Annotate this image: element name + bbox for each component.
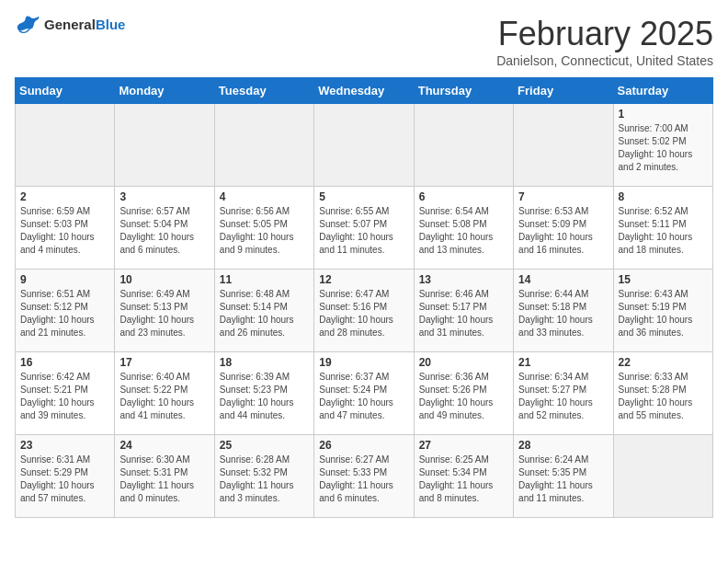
logo-blue: Blue (96, 17, 126, 32)
day-number: 8 (619, 190, 708, 203)
calendar-week-0: 1Sunrise: 7:00 AM Sunset: 5:02 PM Daylig… (16, 104, 713, 187)
calendar-cell: 19Sunrise: 6:37 AM Sunset: 5:24 PM Dayli… (314, 352, 414, 435)
day-number: 21 (518, 356, 608, 369)
day-number: 16 (20, 356, 109, 369)
day-info: Sunrise: 6:39 AM Sunset: 5:23 PM Dayligh… (220, 371, 309, 422)
day-info: Sunrise: 6:51 AM Sunset: 5:12 PM Dayligh… (20, 288, 109, 339)
calendar-cell: 13Sunrise: 6:46 AM Sunset: 5:17 PM Dayli… (414, 270, 513, 352)
calendar-cell: 15Sunrise: 6:43 AM Sunset: 5:19 PM Dayli… (613, 270, 712, 352)
day-info: Sunrise: 6:56 AM Sunset: 5:05 PM Dayligh… (220, 205, 309, 257)
day-number: 20 (419, 356, 508, 369)
calendar-cell: 21Sunrise: 6:34 AM Sunset: 5:27 PM Dayli… (514, 352, 613, 435)
logo-general: General (44, 17, 96, 32)
day-number: 7 (518, 190, 608, 203)
day-number: 11 (220, 273, 309, 286)
logo-text: GeneralBlue (44, 17, 125, 33)
calendar-cell: 5Sunrise: 6:55 AM Sunset: 5:07 PM Daylig… (314, 187, 414, 270)
day-info: Sunrise: 6:25 AM Sunset: 5:34 PM Dayligh… (419, 454, 508, 505)
day-info: Sunrise: 6:33 AM Sunset: 5:28 PM Dayligh… (619, 371, 708, 422)
day-number: 27 (419, 439, 508, 452)
calendar-cell: 1Sunrise: 7:00 AM Sunset: 5:02 PM Daylig… (613, 104, 712, 187)
day-info: Sunrise: 6:46 AM Sunset: 5:17 PM Dayligh… (419, 288, 508, 339)
calendar-cell: 22Sunrise: 6:33 AM Sunset: 5:28 PM Dayli… (613, 352, 712, 435)
day-number: 26 (319, 439, 408, 452)
calendar-cell: 2Sunrise: 6:59 AM Sunset: 5:03 PM Daylig… (16, 187, 115, 270)
day-info: Sunrise: 6:31 AM Sunset: 5:29 PM Dayligh… (20, 454, 109, 505)
calendar-cell (414, 104, 513, 187)
calendar-cell: 7Sunrise: 6:53 AM Sunset: 5:09 PM Daylig… (514, 187, 613, 270)
day-info: Sunrise: 6:55 AM Sunset: 5:07 PM Dayligh… (319, 205, 408, 257)
day-header-friday: Friday (514, 78, 613, 104)
day-info: Sunrise: 6:30 AM Sunset: 5:31 PM Dayligh… (119, 454, 209, 505)
calendar-cell: 17Sunrise: 6:40 AM Sunset: 5:22 PM Dayli… (115, 352, 214, 435)
logo: GeneralBlue (15, 15, 125, 35)
day-number: 12 (319, 273, 408, 286)
day-number: 2 (20, 190, 109, 203)
day-info: Sunrise: 6:34 AM Sunset: 5:27 PM Dayligh… (518, 371, 608, 422)
day-info: Sunrise: 6:59 AM Sunset: 5:03 PM Dayligh… (20, 205, 109, 257)
day-info: Sunrise: 6:27 AM Sunset: 5:33 PM Dayligh… (319, 454, 408, 505)
day-number: 24 (119, 439, 209, 452)
calendar-cell: 10Sunrise: 6:49 AM Sunset: 5:13 PM Dayli… (115, 270, 214, 352)
day-info: Sunrise: 6:52 AM Sunset: 5:11 PM Dayligh… (619, 205, 708, 257)
calendar-cell: 24Sunrise: 6:30 AM Sunset: 5:31 PM Dayli… (115, 435, 214, 518)
calendar-table: SundayMondayTuesdayWednesdayThursdayFrid… (15, 77, 713, 518)
day-header-tuesday: Tuesday (214, 78, 313, 104)
day-header-sunday: Sunday (16, 78, 115, 104)
calendar-header-row: SundayMondayTuesdayWednesdayThursdayFrid… (16, 78, 713, 104)
day-number: 4 (220, 190, 309, 203)
calendar-cell (314, 104, 414, 187)
day-info: Sunrise: 7:00 AM Sunset: 5:02 PM Dayligh… (619, 122, 708, 174)
calendar-cell (115, 104, 214, 187)
day-info: Sunrise: 6:44 AM Sunset: 5:18 PM Dayligh… (518, 288, 608, 339)
day-number: 22 (619, 356, 708, 369)
day-info: Sunrise: 6:24 AM Sunset: 5:35 PM Dayligh… (518, 454, 608, 505)
calendar-cell: 11Sunrise: 6:48 AM Sunset: 5:14 PM Dayli… (214, 270, 313, 352)
day-number: 28 (518, 439, 608, 452)
calendar-cell: 8Sunrise: 6:52 AM Sunset: 5:11 PM Daylig… (613, 187, 712, 270)
calendar-cell: 12Sunrise: 6:47 AM Sunset: 5:16 PM Dayli… (314, 270, 414, 352)
title-area: February 2025 Danielson, Connecticut, Un… (496, 15, 713, 68)
calendar-cell: 6Sunrise: 6:54 AM Sunset: 5:08 PM Daylig… (414, 187, 513, 270)
day-number: 6 (419, 190, 508, 203)
calendar-cell (514, 104, 613, 187)
day-header-saturday: Saturday (613, 78, 712, 104)
calendar-cell: 23Sunrise: 6:31 AM Sunset: 5:29 PM Dayli… (16, 435, 115, 518)
day-header-monday: Monday (115, 78, 214, 104)
calendar-body: 1Sunrise: 7:00 AM Sunset: 5:02 PM Daylig… (16, 104, 713, 518)
calendar-cell: 27Sunrise: 6:25 AM Sunset: 5:34 PM Dayli… (414, 435, 513, 518)
calendar-week-1: 2Sunrise: 6:59 AM Sunset: 5:03 PM Daylig… (16, 187, 713, 270)
day-info: Sunrise: 6:36 AM Sunset: 5:26 PM Dayligh… (419, 371, 508, 422)
day-number: 25 (220, 439, 309, 452)
calendar-cell: 3Sunrise: 6:57 AM Sunset: 5:04 PM Daylig… (115, 187, 214, 270)
calendar-cell: 18Sunrise: 6:39 AM Sunset: 5:23 PM Dayli… (214, 352, 313, 435)
calendar-cell: 4Sunrise: 6:56 AM Sunset: 5:05 PM Daylig… (214, 187, 313, 270)
day-number: 19 (319, 356, 408, 369)
calendar-cell: 25Sunrise: 6:28 AM Sunset: 5:32 PM Dayli… (214, 435, 313, 518)
day-number: 1 (619, 108, 708, 121)
header: GeneralBlue February 2025 Danielson, Con… (15, 15, 713, 68)
day-info: Sunrise: 6:48 AM Sunset: 5:14 PM Dayligh… (220, 288, 309, 339)
day-header-thursday: Thursday (414, 78, 513, 104)
calendar-week-4: 23Sunrise: 6:31 AM Sunset: 5:29 PM Dayli… (16, 435, 713, 518)
day-header-wednesday: Wednesday (314, 78, 414, 104)
day-info: Sunrise: 6:43 AM Sunset: 5:19 PM Dayligh… (619, 288, 708, 339)
logo-bird-icon (15, 15, 40, 35)
day-number: 3 (119, 190, 209, 203)
day-info: Sunrise: 6:53 AM Sunset: 5:09 PM Dayligh… (518, 205, 608, 257)
day-info: Sunrise: 6:47 AM Sunset: 5:16 PM Dayligh… (319, 288, 408, 339)
day-info: Sunrise: 6:37 AM Sunset: 5:24 PM Dayligh… (319, 371, 408, 422)
day-number: 17 (119, 356, 209, 369)
calendar-cell (613, 435, 712, 518)
day-number: 14 (518, 273, 608, 286)
day-info: Sunrise: 6:42 AM Sunset: 5:21 PM Dayligh… (20, 371, 109, 422)
day-number: 5 (319, 190, 408, 203)
day-number: 10 (119, 273, 209, 286)
calendar-cell (214, 104, 313, 187)
day-number: 18 (220, 356, 309, 369)
day-number: 13 (419, 273, 508, 286)
calendar-cell: 26Sunrise: 6:27 AM Sunset: 5:33 PM Dayli… (314, 435, 414, 518)
calendar-cell: 28Sunrise: 6:24 AM Sunset: 5:35 PM Dayli… (514, 435, 613, 518)
location-title: Danielson, Connecticut, United States (496, 53, 713, 68)
day-info: Sunrise: 6:28 AM Sunset: 5:32 PM Dayligh… (220, 454, 309, 505)
